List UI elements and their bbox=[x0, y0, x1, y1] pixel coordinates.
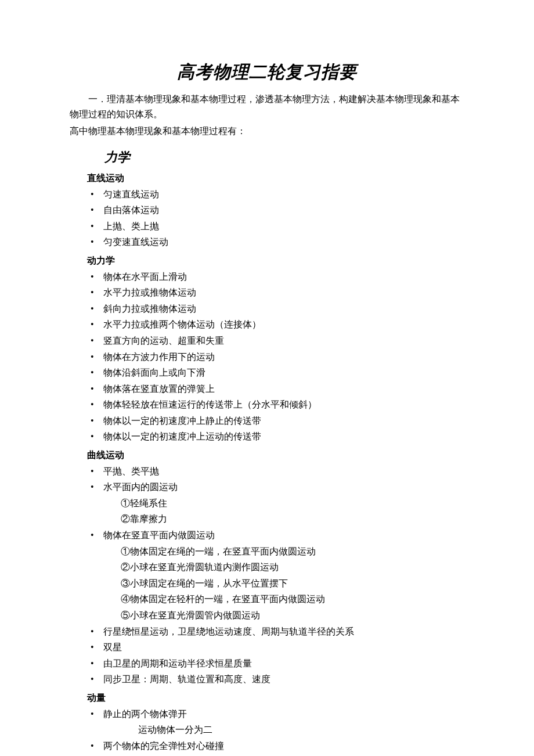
page-title: 高考物理二轮复习指要 bbox=[70, 58, 464, 86]
list-item: 同步卫星：周期、轨道位置和高度、速度 bbox=[87, 672, 464, 687]
bullet-list: 静止的两个物体弹开运动物体一分为二两个物体的完全弹性对心碰撞质量相等、质量不等 bbox=[87, 707, 464, 756]
list-item: 竖直方向的运动、超重和失重 bbox=[87, 333, 464, 348]
list-item: 水平面内的圆运动 bbox=[87, 480, 464, 495]
bullet-list: 平抛、类平抛水平面内的圆运动①轻绳系住②靠摩擦力物体在竖直平面内做圆运动①物体固… bbox=[87, 464, 464, 687]
subheading: 曲线运动 bbox=[87, 448, 464, 463]
list-item: 上抛、类上抛 bbox=[87, 219, 464, 234]
list-item: 双星 bbox=[87, 640, 464, 655]
section-header-mechanics: 力学 bbox=[104, 147, 464, 167]
list-item: 物体在方波力作用下的运动 bbox=[87, 350, 464, 365]
list-item-subline: ①物体固定在绳的一端，在竖直平面内做圆运动 bbox=[121, 544, 464, 559]
list-item: 静止的两个物体弹开 bbox=[87, 707, 464, 722]
list-item-subline: ②小球在竖直光滑圆轨道内测作圆运动 bbox=[121, 560, 464, 575]
list-item: 两个物体的完全弹性对心碰撞 bbox=[87, 739, 464, 754]
list-item: 水平力拉或推物体运动 bbox=[87, 285, 464, 300]
list-item: 自由落体运动 bbox=[87, 203, 464, 218]
bullet-list: 物体在水平面上滑动水平力拉或推物体运动斜向力拉或推物体运动水平力拉或推两个物体运… bbox=[87, 269, 464, 445]
list-item: 物体以一定的初速度冲上运动的传送带 bbox=[87, 429, 464, 444]
list-item: 物体落在竖直放置的弹簧上 bbox=[87, 381, 464, 397]
list-item: 物体在竖直平面内做圆运动 bbox=[87, 528, 464, 543]
list-item: 物体沿斜面向上或向下滑 bbox=[87, 365, 464, 380]
bullet-list: 匀速直线运动自由落体运动上抛、类上抛匀变速直线运动 bbox=[87, 187, 464, 250]
list-item: 斜向力拉或推物体运动 bbox=[87, 301, 464, 316]
list-item-subline: ⑤小球在竖直光滑圆管内做圆运动 bbox=[121, 608, 464, 623]
list-item: 由卫星的周期和运动半径求恒星质量 bbox=[87, 656, 464, 671]
intro-paragraph-2: 高中物理基本物理现象和基本物理过程有： bbox=[70, 124, 464, 139]
list-item-subline: ②靠摩擦力 bbox=[121, 512, 464, 527]
list-item: 物体在水平面上滑动 bbox=[87, 269, 464, 285]
intro-paragraph-1: 一．理清基本物理现象和基本物理过程，渗透基本物理方法，构建解决基本物理现象和基本… bbox=[70, 92, 464, 121]
subheading: 直线运动 bbox=[87, 171, 464, 186]
list-item: 匀速直线运动 bbox=[87, 187, 464, 202]
list-item: 匀变速直线运动 bbox=[87, 235, 464, 250]
list-item: 水平力拉或推两个物体运动（连接体） bbox=[87, 317, 464, 332]
list-item: 物体轻轻放在恒速运行的传送带上（分水平和倾斜） bbox=[87, 397, 464, 412]
list-item: 平抛、类平抛 bbox=[87, 464, 464, 479]
list-item-subline: 运动物体一分为二 bbox=[138, 722, 464, 737]
subheading: 动力学 bbox=[87, 253, 464, 268]
list-item: 行星绕恒星运动，卫星绕地运动速度、周期与轨道半径的关系 bbox=[87, 624, 464, 639]
list-item-subline: ①轻绳系住 bbox=[121, 496, 464, 511]
list-item: 物体以一定的初速度冲上静止的传送带 bbox=[87, 413, 464, 429]
list-item-subline: ③小球固定在绳的一端，从水平位置摆下 bbox=[121, 576, 464, 591]
subheading: 动量 bbox=[87, 690, 464, 705]
list-item-subline: ④物体固定在轻杆的一端，在竖直平面内做圆运动 bbox=[121, 592, 464, 607]
